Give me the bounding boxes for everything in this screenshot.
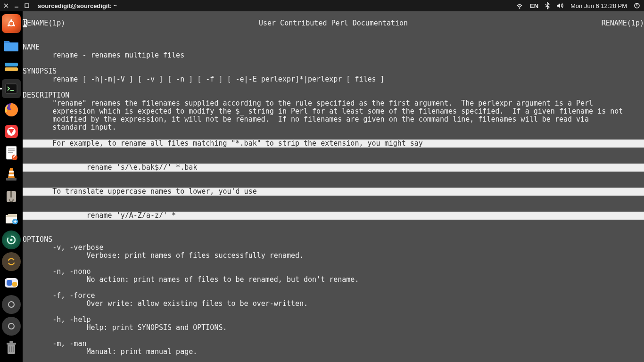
section-options: OPTIONS xyxy=(23,235,52,244)
opt-v: -v, -verbose xyxy=(23,243,104,252)
desc-line-3: modified by the expression, it will not … xyxy=(23,115,589,123)
files-icon[interactable] xyxy=(2,36,21,55)
archive-icon[interactable] xyxy=(2,187,21,206)
svg-rect-29 xyxy=(7,343,16,345)
clock[interactable]: Mon Jun 6 12:28 PM xyxy=(570,2,627,9)
svg-point-26 xyxy=(8,302,14,307)
svg-rect-7 xyxy=(5,63,18,66)
svg-point-4 xyxy=(8,25,9,26)
terminal-icon[interactable] xyxy=(2,79,21,98)
svg-point-5 xyxy=(13,25,15,26)
desc-line-2: expression which is expected to modify t… xyxy=(23,107,623,115)
desc-line-4: standard input. xyxy=(23,123,116,132)
svg-point-22 xyxy=(10,239,13,241)
example-cmd-2: rename 'y/A-Z/a-z/' * xyxy=(23,212,644,220)
svg-point-2 xyxy=(9,21,14,26)
vivaldi-icon[interactable] xyxy=(2,122,21,141)
svg-rect-17 xyxy=(6,178,17,181)
opt-h-desc: Help: print SYNOPSIS and OPTIONS. xyxy=(23,323,227,332)
manpage-content: RENAME(1p)User Contributed Perl Document… xyxy=(23,19,644,362)
opt-n: -n, -nono xyxy=(23,267,91,276)
svg-rect-15 xyxy=(9,171,14,173)
manpage-title: User Contributed Perl Documentation xyxy=(65,19,601,27)
volume-icon[interactable] xyxy=(556,2,564,9)
maximize-icon[interactable] xyxy=(25,3,29,8)
opt-n-desc: No action: print names of files to be re… xyxy=(23,275,359,284)
status-area[interactable]: EN Mon Jun 6 12:28 PM xyxy=(516,2,640,9)
show-apps-icon[interactable] xyxy=(2,14,21,33)
section-name: NAME xyxy=(23,43,40,51)
synopsis-line: rename [ -h|-m|-V ] [ -v ] [ -n ] [ -f ]… xyxy=(23,75,385,83)
name-line: rename - renames multiple files xyxy=(23,51,184,59)
opt-m: -m, -man xyxy=(23,339,86,348)
svg-rect-0 xyxy=(25,4,29,8)
dock xyxy=(0,11,23,362)
svg-point-3 xyxy=(10,19,12,21)
svg-rect-30 xyxy=(9,341,13,343)
section-description: DESCRIPTION xyxy=(23,91,69,99)
cursor-mark: R xyxy=(23,19,27,27)
svg-rect-24 xyxy=(7,280,12,286)
minimize-icon[interactable] xyxy=(14,3,19,8)
wifi-icon[interactable] xyxy=(516,2,523,9)
manpage-header-right: RENAME(1p) xyxy=(602,19,644,27)
screenshot-icon[interactable] xyxy=(2,274,21,293)
app-icon-b[interactable] xyxy=(2,317,21,336)
svg-point-27 xyxy=(8,323,14,329)
svg-rect-25 xyxy=(12,282,17,287)
language-indicator[interactable]: EN xyxy=(530,2,538,9)
svg-rect-9 xyxy=(6,84,17,93)
bluetooth-icon[interactable] xyxy=(545,2,550,9)
window-title: sourcedigit@sourcedigit: ~ xyxy=(38,2,117,9)
opt-f: -f, -force xyxy=(23,291,95,300)
trash-icon[interactable] xyxy=(2,338,21,357)
svg-rect-16 xyxy=(8,174,14,176)
section-synopsis: SYNOPSIS xyxy=(23,67,57,75)
firefox-icon[interactable] xyxy=(2,101,21,120)
software-icon[interactable] xyxy=(2,209,21,228)
svg-rect-6 xyxy=(4,43,18,51)
sync-icon[interactable] xyxy=(2,252,21,271)
svg-rect-8 xyxy=(5,67,18,71)
text-editor-icon[interactable] xyxy=(2,144,21,163)
close-icon[interactable] xyxy=(4,3,8,8)
app-icon-a[interactable] xyxy=(2,295,21,314)
terminal-window[interactable]: RENAME(1p)User Contributed Perl Document… xyxy=(23,11,644,362)
svg-rect-19 xyxy=(10,191,12,197)
opt-v-desc: Verbose: print names of files successful… xyxy=(23,251,304,260)
desc-line-1: "rename" renames the filenames supplied … xyxy=(23,99,593,107)
vlc-icon[interactable] xyxy=(2,165,21,184)
power-icon[interactable] xyxy=(634,2,640,9)
opt-m-desc: Manual: print manual page. xyxy=(23,347,197,356)
window-controls xyxy=(4,3,29,8)
opt-h: -h, -help xyxy=(23,315,91,324)
example-cmd-1: rename 's/\e.bak$//' *.bak xyxy=(23,164,644,172)
example-intro-1: For example, to rename all files matchin… xyxy=(23,140,644,148)
obs-icon[interactable] xyxy=(2,230,21,249)
opt-f-desc: Over write: allow existing files to be o… xyxy=(23,299,308,308)
example-intro-2: To translate uppercase names to lower, y… xyxy=(23,188,644,196)
top-panel: sourcedigit@sourcedigit: ~ EN Mon Jun 6 … xyxy=(0,0,644,11)
disk-usage-icon[interactable] xyxy=(2,58,21,76)
